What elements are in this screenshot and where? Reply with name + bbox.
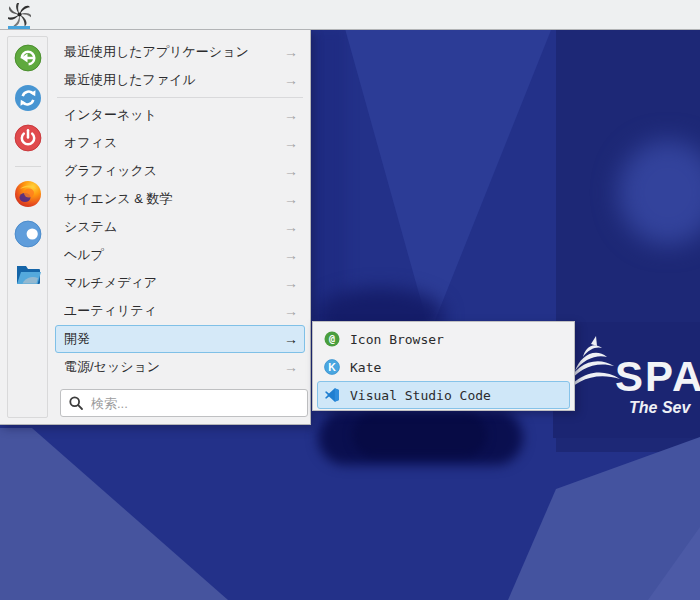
menu-category-label: サイエンス & 数学 [64, 190, 284, 208]
menu-category-label: ヘルプ [64, 246, 284, 264]
menu-category-row[interactable]: システム→ [55, 213, 305, 241]
blue-dot-app-icon [14, 220, 42, 248]
category-list: 最近使用したアプリケーション→最近使用したファイル→インターネット→オフィス→グ… [55, 38, 305, 381]
submenu-arrow-icon: → [284, 331, 298, 347]
active-button-indicator [8, 26, 30, 29]
icon-browser-icon: @ [324, 331, 340, 347]
application-menu-popup: 最近使用したアプリケーション→最近使用したファイル→インターネット→オフィス→グ… [0, 30, 311, 425]
menu-category-row[interactable]: インターネット→ [55, 101, 305, 129]
menu-category-label: ユーティリティ [64, 302, 284, 320]
menu-category-row[interactable]: 最近使用したアプリケーション→ [55, 38, 305, 66]
kate-icon: K [324, 359, 340, 375]
file-manager-icon [14, 260, 42, 288]
submenu-app-row[interactable]: KKate [317, 353, 570, 381]
menu-category-row[interactable]: 最近使用したファイル→ [55, 66, 305, 94]
favorite-firefox-button[interactable] [14, 180, 42, 208]
svg-text:@: @ [329, 333, 335, 344]
submenu-arrow-icon: → [284, 72, 298, 88]
submenu-app-row[interactable]: @Icon Browser [317, 325, 570, 353]
favorite-log-out-button[interactable] [14, 44, 42, 72]
submenu-arrow-icon: → [284, 107, 298, 123]
wallpaper-brand-text: SPA [615, 353, 700, 401]
submenu-arrow-icon: → [284, 247, 298, 263]
submenu-arrow-icon: → [284, 219, 298, 235]
favorite-file-manager-button[interactable] [14, 260, 42, 288]
application-menu-button[interactable] [4, 0, 34, 29]
menu-category-label: 電源/セッション [64, 358, 284, 376]
submenu-app-label: Kate [350, 360, 381, 375]
favorite-blue-app-button[interactable] [14, 220, 42, 248]
favorites-sidebar [7, 36, 48, 418]
search-input[interactable] [60, 389, 308, 417]
menu-category-row[interactable]: ヘルプ→ [55, 241, 305, 269]
top-panel [0, 0, 700, 30]
firefox-icon [14, 180, 42, 208]
submenu-arrow-icon: → [284, 275, 298, 291]
shutdown-icon [14, 124, 42, 152]
development-submenu-popup: @Icon BrowserKKateVisual Studio Code [312, 321, 575, 411]
favorite-restart-button[interactable] [14, 84, 42, 112]
submenu-arrow-icon: → [284, 359, 298, 375]
submenu-app-row[interactable]: Visual Studio Code [317, 381, 570, 409]
submenu-app-label: Icon Browser [350, 332, 444, 347]
menu-category-label: 最近使用したアプリケーション [64, 43, 284, 61]
menu-category-label: システム [64, 218, 284, 236]
submenu-arrow-icon: → [284, 191, 298, 207]
menu-category-label: 開発 [64, 330, 284, 348]
sidebar-separator [15, 166, 41, 167]
menu-category-label: マルチメディア [64, 274, 284, 292]
menu-category-row[interactable]: マルチメディア→ [55, 269, 305, 297]
submenu-arrow-icon: → [284, 163, 298, 179]
wallpaper-shade [312, 28, 346, 328]
wallpaper-tagline-text: The Sev [629, 399, 690, 417]
menu-category-label: 最近使用したファイル [64, 71, 284, 89]
wallpaper-shade [352, 414, 487, 456]
menu-category-row[interactable]: グラフィックス→ [55, 157, 305, 185]
menu-category-row[interactable]: 電源/セッション→ [55, 353, 305, 381]
menu-separator [57, 97, 303, 98]
menu-category-row[interactable]: ユーティリティ→ [55, 297, 305, 325]
logout-icon [14, 44, 42, 72]
vscode-icon [324, 387, 340, 403]
search-box [60, 389, 308, 417]
menu-category-row[interactable]: サイエンス & 数学→ [55, 185, 305, 213]
menu-category-row[interactable]: 開発→ [55, 325, 305, 353]
svg-text:K: K [328, 361, 336, 373]
menu-category-row[interactable]: オフィス→ [55, 129, 305, 157]
sparky-logo-icon [8, 3, 31, 26]
submenu-arrow-icon: → [284, 303, 298, 319]
submenu-arrow-icon: → [284, 135, 298, 151]
favorite-shut-down-button[interactable] [14, 124, 42, 152]
menu-category-label: グラフィックス [64, 162, 284, 180]
submenu-arrow-icon: → [284, 44, 298, 60]
menu-category-label: オフィス [64, 134, 284, 152]
menu-category-label: インターネット [64, 106, 284, 124]
submenu-app-label: Visual Studio Code [350, 388, 491, 403]
restart-icon [14, 84, 42, 112]
